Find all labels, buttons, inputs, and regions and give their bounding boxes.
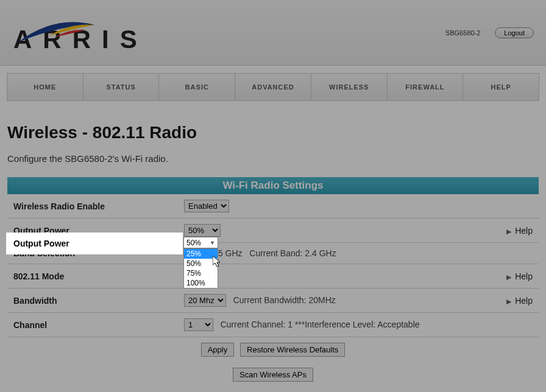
help-80211-mode[interactable]: ▶Help [490, 264, 539, 289]
row-80211-mode: 802.11 Mode de ▶Help [7, 264, 539, 289]
row-channel: Channel 1 Current Channel: 1 ***Interfer… [7, 313, 539, 337]
label-80211-mode: 802.11 Mode [7, 264, 178, 289]
section-header: Wi-Fi Radio Settings [7, 177, 539, 194]
label-bandwidth: Bandwidth [7, 289, 178, 313]
output-power-selectbox[interactable]: 50% ▼ [183, 237, 218, 248]
chevron-down-icon: ▼ [210, 240, 215, 246]
output-power-current-value: 50% [186, 239, 201, 247]
select-channel[interactable]: 1 [184, 318, 213, 331]
highlight-output-power-label: Output Power [6, 233, 183, 254]
restore-defaults-button[interactable]: Restore Wireless Defaults [240, 343, 345, 357]
row-bandwidth: Bandwidth 20 Mhz Current Bandwidth: 20MH… [7, 289, 539, 313]
nav-status[interactable]: STATUS [83, 73, 159, 101]
output-power-dropdown: 25% 50% 75% 100% [183, 248, 218, 289]
header: ARRIS SBG6580-2 Logout [0, 0, 546, 66]
nav-home[interactable]: HOME [7, 73, 83, 101]
option-100[interactable]: 100% [184, 278, 218, 288]
band-5ghz-label: 5 GHz [218, 248, 243, 258]
model-label: SBG6580-2 [445, 29, 480, 37]
nav-wireless[interactable]: WIRELESS [311, 73, 387, 101]
nav-help[interactable]: HELP [463, 73, 539, 101]
nav-advanced[interactable]: ADVANCED [235, 73, 311, 101]
current-band: Current Band: 2.4 GHz [249, 248, 336, 258]
option-75[interactable]: 75% [184, 268, 218, 278]
help-output-power[interactable]: ▶Help [490, 219, 539, 243]
nav-basic[interactable]: BASIC [158, 73, 235, 101]
logout-button[interactable]: Logout [495, 27, 534, 38]
brand-logo: ARRIS [12, 12, 148, 54]
option-25[interactable]: 25% [184, 249, 218, 259]
page-title: Wireless - 802.11 Radio [7, 123, 539, 142]
option-50[interactable]: 50% [184, 259, 218, 268]
row-buttons-1: Apply Restore Wireless Defaults [7, 337, 539, 363]
main-nav: HOME STATUS BASIC ADVANCED WIRELESS FIRE… [7, 73, 539, 101]
settings-table: Wireless Radio Enable Enabled Output Pow… [7, 194, 539, 387]
current-bandwidth: Current Bandwidth: 20MHz [233, 295, 336, 305]
select-wireless-enable[interactable]: Enabled [184, 200, 229, 212]
apply-button[interactable]: Apply [201, 343, 235, 357]
row-wireless-enable: Wireless Radio Enable Enabled [7, 194, 539, 219]
help-bandwidth[interactable]: ▶Help [490, 289, 539, 313]
row-buttons-2: Scan Wireless APs [7, 362, 539, 387]
logo-swoosh-icon [12, 18, 98, 52]
label-wireless-enable: Wireless Radio Enable [7, 194, 178, 219]
highlight-output-power-select: 50% ▼ 25% 50% 75% 100% [183, 237, 218, 289]
scan-aps-button[interactable]: Scan Wireless APs [233, 368, 313, 382]
current-channel: Current Channel: 1 ***Interference Level… [221, 320, 420, 329]
label-channel: Channel [7, 313, 178, 337]
select-bandwidth[interactable]: 20 Mhz [184, 294, 226, 307]
page-description: Configure the SBG6580-2's Wi-Fi radio. [7, 153, 539, 164]
nav-firewall[interactable]: FIREWALL [387, 73, 463, 101]
select-output-power[interactable]: 50% [184, 224, 221, 237]
header-right: SBG6580-2 Logout [445, 27, 534, 38]
